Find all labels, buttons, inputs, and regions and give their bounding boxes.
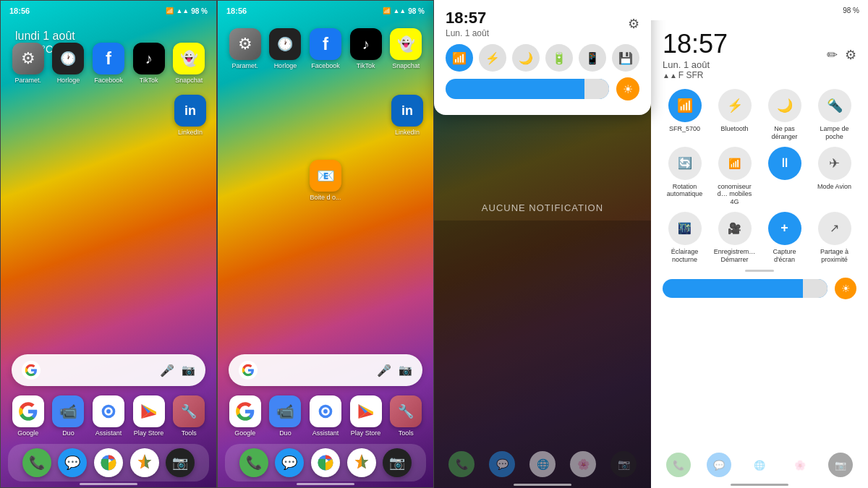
dock-camera-icon[interactable]: 📷 [166, 448, 195, 477]
toggle-battery-saver[interactable]: 🔋 [545, 44, 573, 72]
p2-dock-camera-icon[interactable]: 📷 [383, 448, 412, 477]
p2-app-google[interactable]: Google [226, 395, 264, 437]
p2-app-boite[interactable]: 📧 Boite d o... [307, 160, 344, 201]
qs-tile-screenshot[interactable]: + Capture d'écran [762, 212, 807, 264]
qs-expand-handle[interactable] [745, 270, 774, 272]
p2-duo-icon[interactable]: 📹 [269, 395, 301, 427]
dock-photos-icon[interactable] [130, 448, 159, 477]
qs-dnd-icon[interactable]: 🌙 [768, 89, 801, 122]
app-settings[interactable]: ⚙ Paramet. [9, 43, 47, 84]
dock-messages-icon[interactable]: 💬 [58, 448, 87, 477]
clock-icon[interactable]: 🕐 [52, 43, 84, 74]
toggle-bluetooth[interactable]: ⚡ [479, 44, 506, 72]
app-clock[interactable]: 🕐 Horloge [49, 43, 87, 84]
p2-dock-photos-icon[interactable] [347, 448, 376, 477]
qs-tile-dnd[interactable]: 🌙 Ne pas déranger [762, 89, 807, 141]
qs-tile-nightlight[interactable]: 🌃 Éclairage nocturne [663, 212, 707, 264]
voice-search-icon[interactable]: 🎤 [160, 364, 174, 377]
app-facebook[interactable]: f Facebook [90, 43, 127, 84]
facebook-icon[interactable]: f [93, 43, 124, 74]
toggle-wifi[interactable]: 📶 [446, 44, 473, 72]
p2-app-facebook[interactable]: f Facebook [307, 28, 344, 69]
qs-tile-wifi[interactable]: 📶 SFR_5700 [663, 89, 707, 141]
tiktok-icon[interactable]: ♪ [133, 43, 165, 74]
snapchat-icon[interactable]: 👻 [173, 43, 205, 74]
google-icon[interactable] [12, 395, 44, 427]
duo-icon[interactable]: 📹 [52, 395, 84, 427]
p2-app-tools[interactable]: 🔧 Tools [387, 395, 425, 437]
p2-assistant-icon[interactable] [310, 395, 341, 427]
qs-tile-airplane[interactable]: ✈ Mode Avion [812, 147, 856, 206]
qs-bt-icon[interactable]: ⚡ [718, 89, 752, 122]
p2-app-linkedin[interactable]: in LinkedIn [388, 95, 426, 136]
brightness-slider[interactable] [446, 79, 609, 99]
qs-brightness-slider[interactable] [663, 279, 827, 298]
qs-tile-record[interactable]: 🎥 Enregistrem… Démarrer [712, 212, 757, 264]
p2-dock-messages-icon[interactable]: 💬 [275, 448, 304, 477]
search-bar-1[interactable]: 🎤 📷 [12, 354, 205, 386]
qs-wifi-icon[interactable]: 📶 [668, 89, 702, 122]
p2-voice-icon[interactable]: 🎤 [377, 364, 391, 377]
p2-playstore-icon[interactable] [350, 395, 382, 427]
app-playstore[interactable]: Play Store [130, 395, 168, 437]
p2-app-playstore[interactable]: Play Store [347, 395, 385, 437]
p2-google-icon[interactable] [229, 395, 261, 427]
p2-app-settings[interactable]: ⚙ Paramet. [226, 28, 264, 69]
qs-flash-icon[interactable]: 🔦 [818, 89, 851, 122]
qs-plane-icon[interactable]: ✈ [818, 147, 851, 180]
p2-settings-icon[interactable]: ⚙ [229, 28, 261, 60]
qs-data-icon[interactable]: 📶 [718, 147, 752, 180]
tools-icon[interactable]: 🔧 [173, 395, 205, 427]
qs-tile-flashlight[interactable]: 🔦 Lampe de poche [812, 89, 856, 141]
p2-facebook-icon[interactable]: f [310, 28, 341, 60]
settings-icon[interactable]: ⚙ [12, 43, 44, 74]
p2-snapchat-icon[interactable]: 👻 [390, 28, 422, 60]
p2-app-duo[interactable]: 📹 Duo [266, 395, 304, 437]
playstore-icon[interactable] [133, 395, 165, 427]
notif-gear-button[interactable]: ⚙ [628, 16, 639, 32]
qs-tile-focus[interactable]: ⏸ [762, 147, 807, 206]
app-linkedin-row[interactable]: in LinkedIn [171, 95, 209, 136]
p2-app-snapchat[interactable]: 👻 Snapchat [387, 28, 425, 69]
app-snapchat[interactable]: 👻 Snapchat [170, 43, 208, 84]
p2-clock-icon[interactable]: 🕐 [269, 28, 301, 60]
toggle-data[interactable]: 💾 [612, 44, 639, 72]
app-assistant[interactable]: Assistant [90, 395, 127, 437]
qs-gear-button[interactable]: ⚙ [845, 47, 856, 63]
app-google[interactable]: Google [9, 395, 47, 437]
app-tools[interactable]: 🔧 Tools [170, 395, 208, 437]
qs-edit-button[interactable]: ✏ [827, 47, 838, 63]
p2-app-tiktok[interactable]: ♪ TikTok [347, 28, 385, 69]
p2-tiktok-icon[interactable]: ♪ [350, 28, 382, 60]
qs-tile-bluetooth[interactable]: ⚡ Bluetooth [712, 89, 757, 141]
search-bar-2[interactable]: 🎤 📷 [229, 354, 422, 386]
linkedin-icon[interactable]: in [174, 95, 206, 127]
qs-rot-icon[interactable]: 🔄 [668, 147, 702, 180]
p2-camera-icon[interactable]: 📷 [399, 364, 412, 377]
qs-tile-nearby[interactable]: ↗ Partage à proximité [812, 212, 856, 264]
qs-focus-icon[interactable]: ⏸ [768, 147, 801, 180]
p2-dock-phone-icon[interactable]: 📞 [239, 448, 268, 477]
camera-search-icon[interactable]: 📷 [182, 364, 195, 377]
app-tiktok[interactable]: ♪ TikTok [130, 43, 168, 84]
toggle-nfc[interactable]: 📱 [579, 44, 606, 72]
qs-tile-rotation[interactable]: 🔄 Rotation automatique [663, 147, 707, 206]
p2-app-assistant[interactable]: Assistant [307, 395, 344, 437]
qs-night-icon[interactable]: 🌃 [668, 212, 702, 245]
app-duo[interactable]: 📹 Duo [49, 395, 87, 437]
p2-linkedin-icon[interactable]: in [391, 95, 423, 127]
assistant-icon[interactable] [93, 395, 124, 427]
qs-sun-button[interactable]: ☀ [835, 278, 856, 299]
brightness-sun-button[interactable]: ☀ [616, 77, 639, 100]
p2-app-clock[interactable]: 🕐 Horloge [266, 28, 304, 69]
qs-tile-datasaver[interactable]: 📶 conomiseur d… mobiles 4G [712, 147, 757, 206]
p2-dock-chrome-icon[interactable] [311, 448, 340, 477]
qs-rec-icon[interactable]: 🎥 [718, 212, 752, 245]
qs-ss-icon[interactable]: + [768, 212, 801, 245]
p2-tools-icon[interactable]: 🔧 [390, 395, 422, 427]
toggle-dnd[interactable]: 🌙 [512, 44, 540, 72]
dock-chrome-icon[interactable] [94, 448, 123, 477]
p2-boite-icon[interactable]: 📧 [310, 160, 341, 192]
qs-nearby-icon[interactable]: ↗ [818, 212, 851, 245]
dock-phone-icon[interactable]: 📞 [22, 448, 51, 477]
